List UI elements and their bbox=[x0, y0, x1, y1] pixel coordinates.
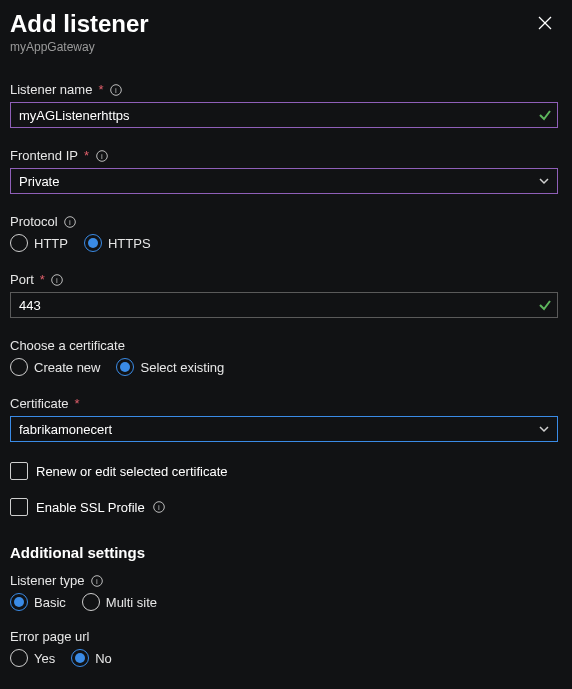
radio-icon bbox=[84, 234, 102, 252]
checkbox-icon bbox=[10, 498, 28, 516]
certificate-label: Certificate bbox=[10, 396, 69, 411]
choose-cert-label: Choose a certificate bbox=[10, 338, 125, 353]
svg-text:i: i bbox=[96, 577, 98, 586]
svg-text:i: i bbox=[69, 218, 71, 227]
required-mark: * bbox=[98, 82, 103, 97]
error-page-no-option[interactable]: No bbox=[71, 649, 112, 667]
info-icon[interactable]: i bbox=[153, 501, 166, 514]
listener-name-input[interactable] bbox=[10, 102, 558, 128]
radio-icon bbox=[10, 358, 28, 376]
certificate-value: fabrikamonecert bbox=[19, 422, 112, 437]
svg-text:i: i bbox=[115, 86, 117, 95]
radio-icon bbox=[10, 593, 28, 611]
info-icon[interactable]: i bbox=[51, 273, 64, 286]
listener-name-label: Listener name bbox=[10, 82, 92, 97]
svg-text:i: i bbox=[57, 276, 59, 285]
listener-basic-option[interactable]: Basic bbox=[10, 593, 66, 611]
info-icon[interactable]: i bbox=[109, 83, 122, 96]
protocol-https-option[interactable]: HTTPS bbox=[84, 234, 151, 252]
page-title: Add listener bbox=[10, 10, 149, 38]
error-page-yes-option[interactable]: Yes bbox=[10, 649, 55, 667]
enable-ssl-label: Enable SSL Profile bbox=[36, 500, 145, 515]
close-icon[interactable] bbox=[538, 16, 558, 36]
radio-icon bbox=[10, 649, 28, 667]
frontend-ip-label: Frontend IP bbox=[10, 148, 78, 163]
error-page-no-label: No bbox=[95, 651, 112, 666]
info-icon[interactable]: i bbox=[64, 215, 77, 228]
radio-icon bbox=[116, 358, 134, 376]
renew-cert-label: Renew or edit selected certificate bbox=[36, 464, 227, 479]
radio-icon bbox=[82, 593, 100, 611]
additional-settings-title: Additional settings bbox=[10, 544, 558, 561]
error-page-yes-label: Yes bbox=[34, 651, 55, 666]
info-icon[interactable]: i bbox=[95, 149, 108, 162]
enable-ssl-row[interactable]: Enable SSL Profile i bbox=[10, 498, 558, 516]
radio-icon bbox=[10, 234, 28, 252]
protocol-label: Protocol bbox=[10, 214, 58, 229]
required-mark: * bbox=[84, 148, 89, 163]
certificate-select[interactable]: fabrikamonecert bbox=[10, 416, 558, 442]
radio-icon bbox=[71, 649, 89, 667]
svg-text:i: i bbox=[158, 503, 160, 512]
cert-select-existing-option[interactable]: Select existing bbox=[116, 358, 224, 376]
check-icon bbox=[538, 298, 552, 312]
protocol-http-option[interactable]: HTTP bbox=[10, 234, 68, 252]
cert-create-new-option[interactable]: Create new bbox=[10, 358, 100, 376]
cert-create-new-label: Create new bbox=[34, 360, 100, 375]
frontend-ip-select[interactable]: Private bbox=[10, 168, 558, 194]
error-page-label: Error page url bbox=[10, 629, 89, 644]
listener-multi-option[interactable]: Multi site bbox=[82, 593, 157, 611]
info-icon[interactable]: i bbox=[90, 574, 103, 587]
port-input[interactable] bbox=[10, 292, 558, 318]
listener-basic-label: Basic bbox=[34, 595, 66, 610]
protocol-https-label: HTTPS bbox=[108, 236, 151, 251]
frontend-ip-value: Private bbox=[19, 174, 59, 189]
svg-text:i: i bbox=[101, 152, 103, 161]
subtitle: myAppGateway bbox=[10, 40, 558, 54]
renew-cert-row[interactable]: Renew or edit selected certificate bbox=[10, 462, 558, 480]
port-label: Port bbox=[10, 272, 34, 287]
required-mark: * bbox=[75, 396, 80, 411]
check-icon bbox=[538, 108, 552, 122]
required-mark: * bbox=[40, 272, 45, 287]
cert-select-existing-label: Select existing bbox=[140, 360, 224, 375]
listener-multi-label: Multi site bbox=[106, 595, 157, 610]
protocol-http-label: HTTP bbox=[34, 236, 68, 251]
listener-type-label: Listener type bbox=[10, 573, 84, 588]
checkbox-icon bbox=[10, 462, 28, 480]
